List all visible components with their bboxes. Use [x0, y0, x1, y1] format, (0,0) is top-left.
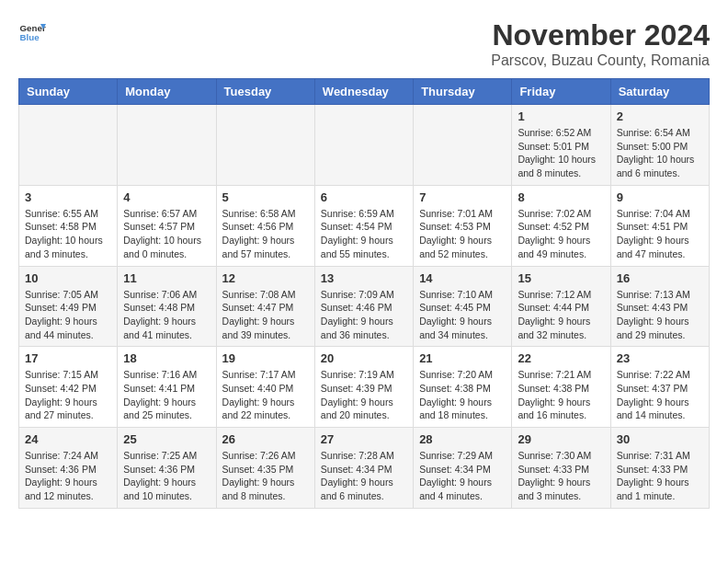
calendar-cell: 25Sunrise: 7:25 AM Sunset: 4:36 PM Dayli…	[118, 428, 216, 509]
day-info: Sunrise: 7:12 AM Sunset: 4:44 PM Dayligh…	[518, 288, 604, 342]
calendar-cell: 19Sunrise: 7:17 AM Sunset: 4:40 PM Dayli…	[216, 347, 314, 428]
day-number: 4	[123, 190, 210, 204]
day-info: Sunrise: 6:52 AM Sunset: 5:01 PM Dayligh…	[518, 126, 604, 180]
calendar-cell: 1Sunrise: 6:52 AM Sunset: 5:01 PM Daylig…	[512, 105, 610, 186]
day-number: 7	[419, 190, 506, 204]
day-info: Sunrise: 6:55 AM Sunset: 4:58 PM Dayligh…	[25, 207, 111, 261]
calendar: SundayMondayTuesdayWednesdayThursdayFrid…	[18, 78, 710, 509]
day-info: Sunrise: 6:57 AM Sunset: 4:57 PM Dayligh…	[123, 207, 210, 261]
calendar-cell	[314, 105, 413, 186]
weekday-header-saturday: Saturday	[610, 79, 709, 105]
calendar-week-3: 10Sunrise: 7:05 AM Sunset: 4:49 PM Dayli…	[19, 266, 710, 347]
day-info: Sunrise: 6:58 AM Sunset: 4:56 PM Dayligh…	[222, 207, 309, 261]
header: General Blue November 2024 Parscov, Buza…	[18, 18, 710, 69]
day-info: Sunrise: 7:06 AM Sunset: 4:48 PM Dayligh…	[123, 288, 210, 342]
calendar-cell: 15Sunrise: 7:12 AM Sunset: 4:44 PM Dayli…	[512, 266, 610, 347]
weekday-header-friday: Friday	[512, 79, 610, 105]
day-info: Sunrise: 7:17 AM Sunset: 4:40 PM Dayligh…	[222, 368, 309, 422]
svg-text:Blue: Blue	[20, 32, 40, 42]
day-number: 23	[617, 351, 703, 365]
day-number: 10	[25, 271, 111, 285]
calendar-cell: 26Sunrise: 7:26 AM Sunset: 4:35 PM Dayli…	[216, 428, 314, 509]
day-info: Sunrise: 7:04 AM Sunset: 4:51 PM Dayligh…	[617, 207, 703, 261]
logo: General Blue	[18, 18, 46, 46]
day-number: 27	[321, 432, 407, 446]
calendar-cell	[216, 105, 314, 186]
day-number: 16	[617, 271, 703, 285]
calendar-cell	[19, 105, 118, 186]
calendar-cell: 24Sunrise: 7:24 AM Sunset: 4:36 PM Dayli…	[19, 428, 118, 509]
main-title: November 2024	[491, 18, 710, 52]
day-info: Sunrise: 7:19 AM Sunset: 4:39 PM Dayligh…	[321, 368, 407, 422]
day-info: Sunrise: 7:02 AM Sunset: 4:52 PM Dayligh…	[518, 207, 604, 261]
day-info: Sunrise: 7:15 AM Sunset: 4:42 PM Dayligh…	[25, 368, 111, 422]
day-info: Sunrise: 7:24 AM Sunset: 4:36 PM Dayligh…	[25, 449, 111, 503]
calendar-cell: 17Sunrise: 7:15 AM Sunset: 4:42 PM Dayli…	[19, 347, 118, 428]
logo-icon: General Blue	[18, 18, 46, 46]
day-number: 5	[222, 190, 309, 204]
day-number: 25	[123, 432, 210, 446]
day-number: 30	[617, 432, 703, 446]
day-number: 3	[25, 190, 111, 204]
day-info: Sunrise: 7:29 AM Sunset: 4:34 PM Dayligh…	[419, 449, 506, 503]
calendar-cell: 4Sunrise: 6:57 AM Sunset: 4:57 PM Daylig…	[118, 185, 216, 266]
calendar-cell: 27Sunrise: 7:28 AM Sunset: 4:34 PM Dayli…	[314, 428, 413, 509]
calendar-cell: 11Sunrise: 7:06 AM Sunset: 4:48 PM Dayli…	[118, 266, 216, 347]
day-info: Sunrise: 7:28 AM Sunset: 4:34 PM Dayligh…	[321, 449, 407, 503]
day-info: Sunrise: 7:26 AM Sunset: 4:35 PM Dayligh…	[222, 449, 309, 503]
weekday-header-thursday: Thursday	[414, 79, 512, 105]
day-number: 15	[518, 271, 604, 285]
day-number: 9	[617, 190, 703, 204]
day-info: Sunrise: 7:30 AM Sunset: 4:33 PM Dayligh…	[518, 449, 604, 503]
day-number: 22	[518, 351, 604, 365]
calendar-cell: 5Sunrise: 6:58 AM Sunset: 4:56 PM Daylig…	[216, 185, 314, 266]
calendar-cell: 2Sunrise: 6:54 AM Sunset: 5:00 PM Daylig…	[610, 105, 709, 186]
title-area: November 2024 Parscov, Buzau County, Rom…	[491, 18, 710, 69]
day-info: Sunrise: 7:21 AM Sunset: 4:38 PM Dayligh…	[518, 368, 604, 422]
day-number: 20	[321, 351, 407, 365]
day-number: 6	[321, 190, 407, 204]
day-info: Sunrise: 7:01 AM Sunset: 4:53 PM Dayligh…	[419, 207, 506, 261]
day-number: 8	[518, 190, 604, 204]
calendar-cell: 9Sunrise: 7:04 AM Sunset: 4:51 PM Daylig…	[610, 185, 709, 266]
day-info: Sunrise: 6:59 AM Sunset: 4:54 PM Dayligh…	[321, 207, 407, 261]
day-info: Sunrise: 7:13 AM Sunset: 4:43 PM Dayligh…	[617, 288, 703, 342]
calendar-week-4: 17Sunrise: 7:15 AM Sunset: 4:42 PM Dayli…	[19, 347, 710, 428]
day-info: Sunrise: 7:09 AM Sunset: 4:46 PM Dayligh…	[321, 288, 407, 342]
day-info: Sunrise: 7:22 AM Sunset: 4:37 PM Dayligh…	[617, 368, 703, 422]
calendar-cell: 20Sunrise: 7:19 AM Sunset: 4:39 PM Dayli…	[314, 347, 413, 428]
day-number: 24	[25, 432, 111, 446]
day-info: Sunrise: 6:54 AM Sunset: 5:00 PM Dayligh…	[617, 126, 703, 180]
day-info: Sunrise: 7:10 AM Sunset: 4:45 PM Dayligh…	[419, 288, 506, 342]
day-number: 12	[222, 271, 309, 285]
calendar-week-1: 1Sunrise: 6:52 AM Sunset: 5:01 PM Daylig…	[19, 105, 710, 186]
day-info: Sunrise: 7:31 AM Sunset: 4:33 PM Dayligh…	[617, 449, 703, 503]
day-info: Sunrise: 7:20 AM Sunset: 4:38 PM Dayligh…	[419, 368, 506, 422]
calendar-cell	[118, 105, 216, 186]
calendar-cell: 14Sunrise: 7:10 AM Sunset: 4:45 PM Dayli…	[414, 266, 512, 347]
day-number: 29	[518, 432, 604, 446]
weekday-header-wednesday: Wednesday	[314, 79, 413, 105]
calendar-cell: 13Sunrise: 7:09 AM Sunset: 4:46 PM Dayli…	[314, 266, 413, 347]
calendar-cell: 10Sunrise: 7:05 AM Sunset: 4:49 PM Dayli…	[19, 266, 118, 347]
subtitle: Parscov, Buzau County, Romania	[491, 52, 710, 69]
calendar-cell	[414, 105, 512, 186]
day-info: Sunrise: 7:16 AM Sunset: 4:41 PM Dayligh…	[123, 368, 210, 422]
calendar-cell: 22Sunrise: 7:21 AM Sunset: 4:38 PM Dayli…	[512, 347, 610, 428]
calendar-header-row: SundayMondayTuesdayWednesdayThursdayFrid…	[19, 79, 710, 105]
day-number: 21	[419, 351, 506, 365]
day-info: Sunrise: 7:05 AM Sunset: 4:49 PM Dayligh…	[25, 288, 111, 342]
day-number: 2	[617, 109, 703, 123]
weekday-header-monday: Monday	[118, 79, 216, 105]
calendar-cell: 28Sunrise: 7:29 AM Sunset: 4:34 PM Dayli…	[414, 428, 512, 509]
calendar-cell: 3Sunrise: 6:55 AM Sunset: 4:58 PM Daylig…	[19, 185, 118, 266]
day-info: Sunrise: 7:08 AM Sunset: 4:47 PM Dayligh…	[222, 288, 309, 342]
calendar-week-5: 24Sunrise: 7:24 AM Sunset: 4:36 PM Dayli…	[19, 428, 710, 509]
calendar-cell: 23Sunrise: 7:22 AM Sunset: 4:37 PM Dayli…	[610, 347, 709, 428]
calendar-cell: 18Sunrise: 7:16 AM Sunset: 4:41 PM Dayli…	[118, 347, 216, 428]
calendar-cell: 21Sunrise: 7:20 AM Sunset: 4:38 PM Dayli…	[414, 347, 512, 428]
calendar-cell: 12Sunrise: 7:08 AM Sunset: 4:47 PM Dayli…	[216, 266, 314, 347]
calendar-cell: 16Sunrise: 7:13 AM Sunset: 4:43 PM Dayli…	[610, 266, 709, 347]
calendar-cell: 6Sunrise: 6:59 AM Sunset: 4:54 PM Daylig…	[314, 185, 413, 266]
calendar-cell: 7Sunrise: 7:01 AM Sunset: 4:53 PM Daylig…	[414, 185, 512, 266]
